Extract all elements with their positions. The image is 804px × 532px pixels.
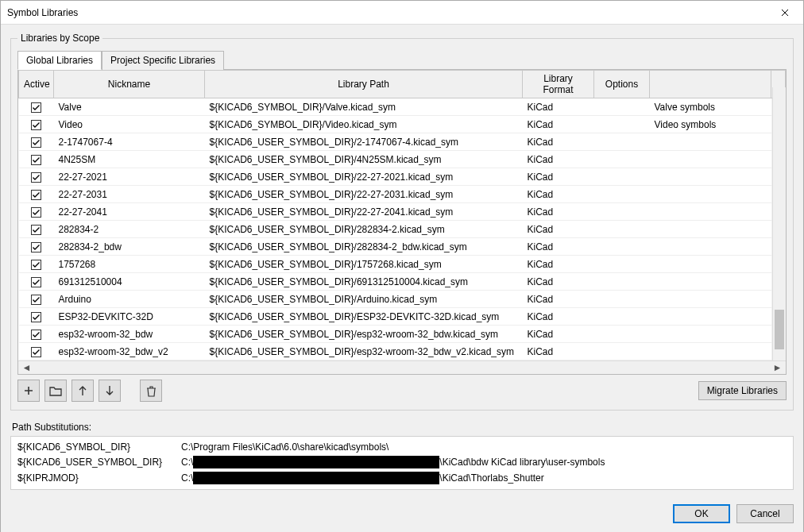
cell-library-format[interactable]: KiCad [523, 98, 594, 116]
cell-options[interactable] [594, 343, 650, 360]
cell-description[interactable] [650, 308, 771, 326]
cell-nickname[interactable]: 1757268 [54, 256, 205, 273]
horizontal-scrollbar[interactable]: ◄ ► [18, 360, 786, 374]
table-row[interactable]: Video${KICAD6_SYMBOL_DIR}/Video.kicad_sy… [19, 116, 786, 133]
cell-options[interactable] [594, 238, 650, 256]
cell-nickname[interactable]: 22-27-2021 [54, 168, 205, 186]
cell-library-format[interactable]: KiCad [523, 326, 594, 343]
cell-active[interactable] [19, 98, 54, 116]
checkbox-checked-icon[interactable] [31, 207, 41, 218]
add-library-button[interactable] [17, 380, 40, 402]
checkbox-checked-icon[interactable] [31, 137, 41, 148]
table-row[interactable]: 282834-2_bdw${KICAD6_USER_SYMBOL_DIR}/28… [19, 238, 786, 256]
cell-active[interactable] [19, 238, 54, 256]
cell-options[interactable] [594, 221, 650, 238]
table-row[interactable]: 4N25SM${KICAD6_USER_SYMBOL_DIR}/4N25SM.k… [19, 151, 786, 168]
cell-library-format[interactable]: KiCad [523, 308, 594, 326]
checkbox-checked-icon[interactable] [31, 225, 41, 235]
checkbox-checked-icon[interactable] [31, 347, 41, 357]
cell-options[interactable] [594, 186, 650, 203]
cell-options[interactable] [594, 326, 650, 343]
vertical-scrollbar[interactable] [772, 87, 786, 360]
cell-options[interactable] [594, 308, 650, 326]
cell-options[interactable] [594, 98, 650, 116]
cell-description[interactable] [650, 186, 771, 203]
checkbox-checked-icon[interactable] [31, 102, 41, 113]
col-header-description[interactable] [650, 71, 771, 98]
checkbox-checked-icon[interactable] [31, 190, 41, 200]
cell-nickname[interactable]: 691312510004 [54, 273, 205, 291]
cell-nickname[interactable]: ESP32-DEVKITC-32D [54, 308, 205, 326]
checkbox-checked-icon[interactable] [31, 295, 41, 305]
cell-description[interactable] [650, 238, 771, 256]
cell-description[interactable] [650, 343, 771, 360]
cell-active[interactable] [19, 326, 54, 343]
cell-options[interactable] [594, 291, 650, 308]
cell-nickname[interactable]: 4N25SM [54, 151, 205, 168]
cell-options[interactable] [594, 203, 650, 221]
cell-nickname[interactable]: esp32-wroom-32_bdw [54, 326, 205, 343]
cell-nickname[interactable]: Arduino [54, 291, 205, 308]
col-header-library-format[interactable]: Library Format [523, 71, 594, 98]
checkbox-checked-icon[interactable] [31, 120, 41, 130]
cell-library-format[interactable]: KiCad [523, 256, 594, 273]
cell-library-format[interactable]: KiCad [523, 343, 594, 360]
migrate-libraries-button[interactable]: Migrate Libraries [698, 381, 787, 400]
checkbox-checked-icon[interactable] [31, 172, 41, 183]
col-header-options[interactable]: Options [594, 71, 650, 98]
cell-library-path[interactable]: ${KICAD6_USER_SYMBOL_DIR}/282834-2.kicad… [205, 221, 523, 238]
cell-description[interactable] [650, 221, 771, 238]
cell-active[interactable] [19, 343, 54, 360]
cell-library-format[interactable]: KiCad [523, 273, 594, 291]
cell-library-path[interactable]: ${KICAD6_USER_SYMBOL_DIR}/esp32-wroom-32… [205, 326, 523, 343]
cell-options[interactable] [594, 168, 650, 186]
cell-library-format[interactable]: KiCad [523, 291, 594, 308]
table-row[interactable]: esp32-wroom-32_bdw${KICAD6_USER_SYMBOL_D… [19, 326, 786, 343]
cell-library-path[interactable]: ${KICAD6_USER_SYMBOL_DIR}/1757268.kicad_… [205, 256, 523, 273]
cell-active[interactable] [19, 116, 54, 133]
cell-library-path[interactable]: ${KICAD6_USER_SYMBOL_DIR}/282834-2_bdw.k… [205, 238, 523, 256]
cell-description[interactable]: Video symbols [650, 116, 771, 133]
cell-library-format[interactable]: KiCad [523, 116, 594, 133]
checkbox-checked-icon[interactable] [31, 330, 41, 340]
cell-options[interactable] [594, 256, 650, 273]
tab-global-libraries[interactable]: Global Libraries [17, 51, 102, 70]
cell-active[interactable] [19, 186, 54, 203]
cell-library-path[interactable]: ${KICAD6_USER_SYMBOL_DIR}/ESP32-DEVKITC-… [205, 308, 523, 326]
cell-library-path[interactable]: ${KICAD6_USER_SYMBOL_DIR}/22-27-2041.kic… [205, 203, 523, 221]
cell-library-format[interactable]: KiCad [523, 133, 594, 151]
cell-library-format[interactable]: KiCad [523, 186, 594, 203]
cell-active[interactable] [19, 308, 54, 326]
col-header-nickname[interactable]: Nickname [54, 71, 205, 98]
cell-description[interactable] [650, 151, 771, 168]
cell-nickname[interactable]: Valve [54, 98, 205, 116]
vertical-scrollbar-thumb[interactable] [775, 310, 784, 349]
cell-nickname[interactable]: 2-1747067-4 [54, 133, 205, 151]
checkbox-checked-icon[interactable] [31, 242, 41, 253]
scroll-right-arrow-icon[interactable]: ► [771, 362, 784, 374]
cell-active[interactable] [19, 151, 54, 168]
table-row[interactable]: 2-1747067-4${KICAD6_USER_SYMBOL_DIR}/2-1… [19, 133, 786, 151]
cell-nickname[interactable]: esp32-wroom-32_bdw_v2 [54, 343, 205, 360]
cell-active[interactable] [19, 203, 54, 221]
cell-description[interactable] [650, 256, 771, 273]
close-button[interactable] [767, 1, 803, 25]
table-row[interactable]: 282834-2${KICAD6_USER_SYMBOL_DIR}/282834… [19, 221, 786, 238]
table-row[interactable]: 691312510004${KICAD6_USER_SYMBOL_DIR}/69… [19, 273, 786, 291]
cell-options[interactable] [594, 151, 650, 168]
table-row[interactable]: Valve${KICAD6_SYMBOL_DIR}/Valve.kicad_sy… [19, 98, 786, 116]
table-row[interactable]: ESP32-DEVKITC-32D${KICAD6_USER_SYMBOL_DI… [19, 308, 786, 326]
cell-options[interactable] [594, 273, 650, 291]
cell-active[interactable] [19, 133, 54, 151]
col-header-library-path[interactable]: Library Path [205, 71, 523, 98]
cell-nickname[interactable]: Video [54, 116, 205, 133]
cell-library-path[interactable]: ${KICAD6_USER_SYMBOL_DIR}/691312510004.k… [205, 273, 523, 291]
cell-active[interactable] [19, 256, 54, 273]
move-down-button[interactable] [99, 380, 121, 402]
cell-description[interactable] [650, 326, 771, 343]
table-row[interactable]: 22-27-2021${KICAD6_USER_SYMBOL_DIR}/22-2… [19, 168, 786, 186]
cell-library-path[interactable]: ${KICAD6_USER_SYMBOL_DIR}/22-27-2031.kic… [205, 186, 523, 203]
cell-library-format[interactable]: KiCad [523, 238, 594, 256]
cell-description[interactable] [650, 133, 771, 151]
cell-library-path[interactable]: ${KICAD6_USER_SYMBOL_DIR}/esp32-wroom-32… [205, 343, 523, 360]
